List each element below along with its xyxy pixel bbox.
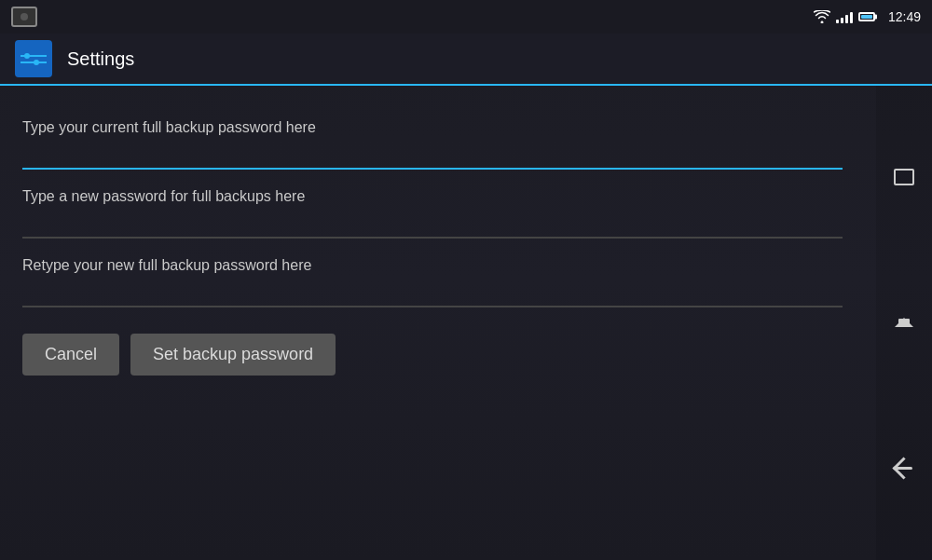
settings-icon (15, 40, 52, 77)
buttons-row: Cancel Set backup password (22, 334, 854, 376)
current-password-input[interactable] (22, 143, 843, 170)
app-title: Settings (67, 48, 134, 70)
app-bar: Settings (0, 34, 932, 86)
form-area: Type your current full backup password h… (0, 86, 876, 560)
new-password-input[interactable] (22, 212, 843, 239)
nav-sidebar (876, 86, 932, 560)
content-area: Type your current full backup password h… (0, 86, 932, 560)
signal-icon (836, 10, 853, 23)
wifi-icon (814, 10, 830, 23)
retype-password-label: Retype your new full backup password her… (22, 246, 854, 281)
cancel-button[interactable]: Cancel (22, 334, 119, 376)
recent-apps-button[interactable] (884, 157, 925, 198)
status-time: 12:49 (888, 9, 921, 24)
retype-password-input[interactable] (22, 281, 843, 307)
screen: 12:49 Settings Type your current full ba… (0, 0, 932, 560)
current-password-group: Type your current full backup password h… (22, 108, 854, 170)
status-icons: 12:49 (814, 9, 921, 24)
recent-apps-icon (894, 169, 914, 185)
new-password-group: Type a new password for full backups her… (22, 177, 854, 239)
new-password-label: Type a new password for full backups her… (22, 177, 854, 212)
status-left (11, 7, 37, 27)
status-bar: 12:49 (0, 0, 932, 34)
retype-password-group: Retype your new full backup password her… (22, 246, 854, 307)
battery-icon (858, 12, 877, 21)
current-password-label: Type your current full backup password h… (22, 108, 854, 143)
home-icon (895, 318, 913, 327)
photo-icon (11, 7, 37, 27)
back-button[interactable] (884, 448, 925, 489)
set-backup-password-button[interactable]: Set backup password (130, 334, 336, 376)
back-icon (894, 458, 914, 479)
home-button[interactable] (884, 302, 925, 343)
